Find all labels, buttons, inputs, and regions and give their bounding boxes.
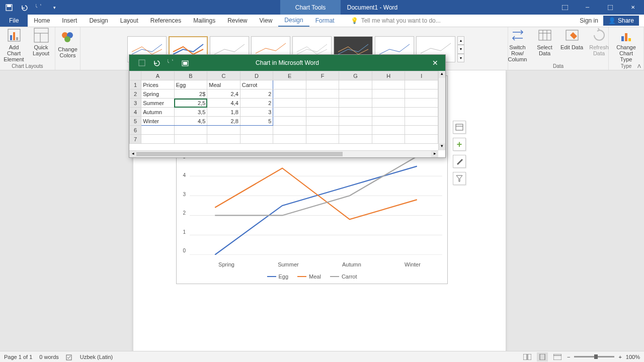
tab-file[interactable]: File (0, 15, 28, 27)
refresh-data-button[interactable]: Refresh Data (587, 27, 611, 56)
svg-rect-28 (456, 124, 463, 130)
svg-rect-3 (608, 5, 613, 10)
excel-save-icon[interactable] (138, 59, 145, 66)
tab-chart-format[interactable]: Format (309, 15, 341, 27)
bulb-icon: 💡 (351, 17, 358, 24)
excel-grid[interactable]: ABCDEFGHI1PricesEggMealCarrot2Spring2$2,… (129, 71, 438, 144)
svg-rect-21 (628, 38, 631, 41)
change-chart-type-button[interactable]: Change Chart Type (614, 27, 638, 62)
web-layout-icon[interactable] (552, 352, 563, 361)
add-chart-element-button[interactable]: Add Chart Element (2, 27, 26, 62)
layout-options-icon[interactable] (453, 121, 466, 134)
chart-legend: EggMealCarrot (177, 274, 447, 280)
svg-rect-7 (16, 37, 18, 40)
svg-rect-37 (553, 354, 561, 360)
sign-in-link[interactable]: Sign in (580, 17, 598, 24)
gallery-scroll-down-icon[interactable]: ▾ (457, 45, 464, 53)
zoom-slider[interactable] (574, 356, 614, 357)
read-mode-icon[interactable] (522, 352, 533, 361)
tab-chart-design[interactable]: Design (278, 15, 309, 27)
status-language[interactable]: Uzbek (Latin) (80, 354, 113, 360)
group-label-layouts: Chart Layouts (12, 63, 43, 69)
svg-rect-2 (562, 5, 568, 10)
svg-rect-34 (523, 354, 527, 360)
svg-rect-35 (528, 354, 531, 360)
tab-references[interactable]: References (144, 15, 187, 27)
svg-rect-20 (625, 33, 627, 41)
svg-rect-1 (7, 5, 11, 7)
spellcheck-icon[interactable] (66, 353, 73, 360)
svg-rect-30 (139, 60, 145, 66)
tab-mailings[interactable]: Mailings (187, 15, 221, 27)
excel-open-icon[interactable] (182, 59, 189, 66)
zoom-level[interactable]: 100% (626, 354, 640, 360)
title-bar: ▾ Document1 - Word Chart Tools ─ ✕ (0, 0, 644, 15)
excel-undo-icon[interactable] (152, 59, 160, 66)
redo-icon[interactable] (35, 4, 43, 12)
tell-me-search[interactable]: 💡 Tell me what you want to do... (351, 15, 441, 27)
gallery-scroll-up-icon[interactable]: ▴ (457, 36, 464, 45)
excel-data-window: Chart in Microsoft Word ✕ ABCDEFGHI1Pric… (129, 54, 446, 158)
switch-row-column-button[interactable]: Switch Row/ Column (506, 27, 530, 62)
svg-rect-5 (10, 35, 12, 40)
maximize-icon[interactable] (599, 0, 621, 15)
print-layout-icon[interactable] (537, 352, 548, 361)
excel-redo-icon[interactable] (168, 59, 175, 66)
tab-review[interactable]: Review (221, 15, 253, 27)
document-title: Document1 - Word (347, 4, 397, 11)
scroll-down-icon[interactable]: ▾ (439, 143, 445, 150)
gallery-more-icon[interactable]: ▾ (457, 54, 464, 62)
collapse-ribbon-icon[interactable]: ᐱ (637, 63, 641, 69)
tab-home[interactable]: Home (28, 15, 56, 27)
tab-insert[interactable]: Insert (56, 15, 83, 27)
svg-rect-36 (540, 354, 545, 360)
qat-more-icon[interactable]: ▾ (50, 4, 58, 12)
tab-view[interactable]: View (254, 15, 279, 27)
zoom-out-icon[interactable]: − (567, 354, 570, 360)
status-words[interactable]: 0 words (39, 354, 59, 360)
group-label-type: Type (621, 63, 632, 69)
tab-layout[interactable]: Layout (114, 15, 144, 27)
share-button[interactable]: 👤 Share (603, 16, 639, 26)
ribbon-display-icon[interactable] (553, 0, 576, 15)
undo-icon[interactable] (20, 4, 28, 12)
ribbon-tabs: File Home Insert Design Layout Reference… (0, 15, 644, 27)
chart-y-axis: 543210 (178, 154, 186, 253)
save-icon[interactable] (5, 4, 13, 12)
chart-plot-area (190, 156, 442, 255)
chart-x-axis: SpringSummerAutumnWinter (197, 261, 442, 267)
status-bar: Page 1 of 1 0 words Uzbek (Latin) − + 10… (0, 351, 644, 362)
excel-vertical-scrollbar[interactable]: ▴ ▾ (438, 71, 445, 150)
tab-design[interactable]: Design (83, 15, 114, 27)
svg-point-13 (64, 36, 70, 42)
svg-rect-8 (34, 28, 48, 42)
status-page[interactable]: Page 1 of 1 (4, 354, 32, 360)
excel-window-title: Chart in Microsoft Word (256, 59, 319, 66)
excel-horizontal-scrollbar[interactable]: ◂ ▸ (129, 150, 438, 157)
edit-data-button[interactable]: Edit Data (560, 27, 584, 50)
group-label-data: Data (553, 63, 564, 69)
zoom-in-icon[interactable]: + (618, 354, 621, 360)
scroll-left-icon[interactable]: ◂ (129, 151, 136, 157)
scroll-right-icon[interactable]: ▸ (431, 151, 438, 157)
excel-close-icon[interactable]: ✕ (425, 55, 445, 71)
chart-filters-icon[interactable] (453, 172, 466, 185)
select-data-button[interactable]: Select Data (533, 27, 557, 56)
svg-rect-6 (13, 32, 15, 40)
svg-rect-32 (183, 62, 187, 65)
minimize-icon[interactable]: ─ (576, 0, 599, 15)
chart-styles-icon[interactable] (453, 155, 466, 168)
chart-tools-label: Chart Tools (280, 0, 341, 15)
svg-rect-14 (539, 30, 551, 40)
change-colors-button[interactable]: Change Colors (56, 29, 80, 58)
quick-layout-button[interactable]: Quick Layout (29, 27, 53, 56)
share-icon: 👤 (608, 17, 616, 24)
chart-elements-icon[interactable]: + (453, 138, 466, 151)
scroll-up-icon[interactable]: ▴ (439, 71, 445, 78)
svg-rect-19 (621, 36, 624, 41)
close-icon[interactable]: ✕ (621, 0, 644, 15)
